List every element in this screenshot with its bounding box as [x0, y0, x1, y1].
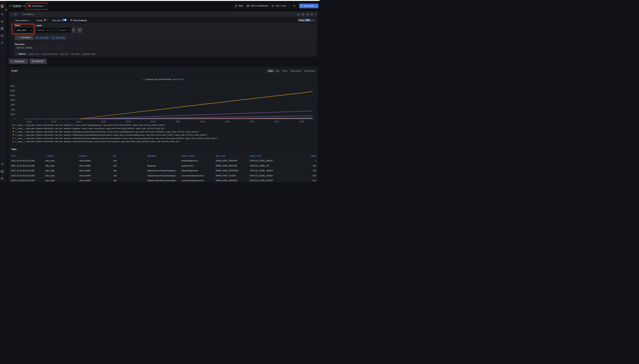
svg-text:00:10: 00:10	[250, 121, 254, 123]
svg-text:2000: 2000	[11, 113, 15, 116]
svg-text:00:15: 00:15	[274, 121, 279, 123]
svg-text:4000: 4000	[11, 109, 15, 111]
svg-text:8000: 8000	[11, 99, 15, 101]
svg-text:00:05: 00:05	[225, 121, 230, 123]
svg-text:23:25: 23:25	[26, 121, 31, 123]
svg-text:00:00: 00:00	[200, 121, 205, 123]
svg-text:00:20: 00:20	[300, 121, 304, 123]
svg-text:23:45: 23:45	[126, 121, 130, 123]
svg-text:14000: 14000	[10, 85, 15, 87]
svg-text:6000: 6000	[11, 104, 15, 106]
svg-text:23:50: 23:50	[150, 121, 155, 123]
svg-text:23:55: 23:55	[176, 121, 180, 123]
svg-text:12000: 12000	[10, 90, 15, 92]
svg-text:23:30: 23:30	[52, 121, 56, 123]
svg-text:23:40: 23:40	[101, 121, 106, 123]
svg-text:10000: 10000	[10, 94, 15, 96]
svg-text:23:35: 23:35	[76, 121, 81, 123]
svg-text:0: 0	[14, 118, 15, 120]
